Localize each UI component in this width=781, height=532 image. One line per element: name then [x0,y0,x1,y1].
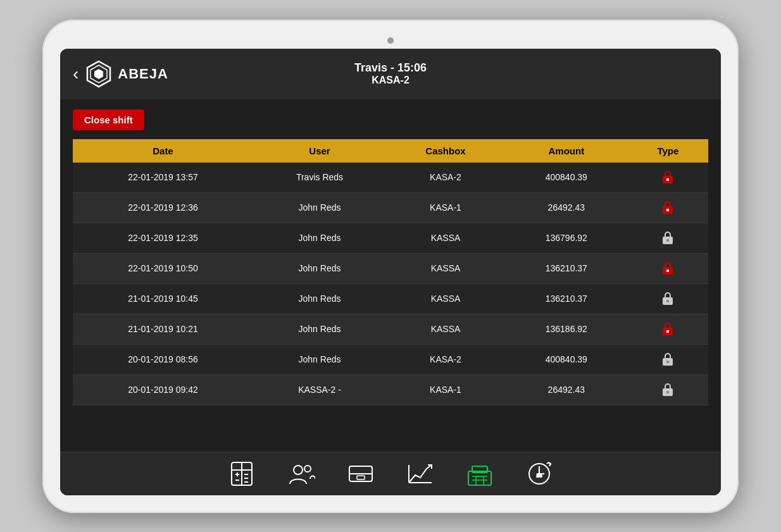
lock-gray-icon [660,351,675,366]
header: ‹ ABEJA Travis - 15:06 KASA-2 [60,49,721,99]
cell-amount: 136186.92 [505,314,628,344]
svg-rect-8 [666,239,669,242]
cell-cashbox: KASA-1 [386,374,505,405]
tablet-shell: ‹ ABEJA Travis - 15:06 KASA-2 Close shif… [42,20,739,513]
nav-clock24[interactable]: 24 [525,460,553,488]
nav-users[interactable] [287,460,315,488]
logo-icon [85,60,113,88]
header-subtitle: KASA-2 [354,75,427,86]
register-icon [466,460,494,488]
svg-marker-2 [94,69,103,79]
nav-cashbox[interactable] [347,460,375,488]
logo-area: ABEJA [85,60,168,88]
table-row: 20-01-2019 09:42KASSA-2 -KASA-126492.43 [73,374,708,405]
table-row: 22-01-2019 12:35John RedsKASSA136796.92 [73,223,708,253]
svg-rect-39 [476,476,484,485]
cell-cashbox: KASA-2 [386,344,505,374]
cell-user: John Reds [253,344,386,374]
cell-date: 20-01-2019 08:56 [73,344,253,374]
svg-rect-32 [357,476,365,479]
cell-date: 22-01-2019 12:35 [73,223,253,253]
cell-user: John Reds [253,283,386,314]
cell-amount: 136796.92 [505,223,628,253]
svg-rect-35 [468,471,491,485]
cell-type [628,344,708,374]
chart-icon [406,460,434,488]
cell-type [628,192,708,223]
svg-point-29 [304,466,311,472]
cell-type [628,223,708,253]
nav-chart[interactable] [406,460,434,488]
table-row: 22-01-2019 12:36John RedsKASA-126492.43 [73,192,708,223]
cell-type [628,374,708,405]
close-shift-button[interactable]: Close shift [73,109,144,130]
cell-amount: 26492.43 [505,192,628,223]
col-cashbox: Cashbox [386,139,505,163]
logo-text: ABEJA [118,66,168,82]
svg-rect-10 [666,269,669,272]
cell-amount: 136210.37 [505,253,628,283]
lock-gray-icon [660,290,675,306]
cell-type [628,283,708,314]
header-center: Travis - 15:06 KASA-2 [354,61,427,86]
svg-rect-6 [666,209,669,211]
cell-cashbox: KASSA [386,253,505,283]
cell-user: KASSA-2 - [253,374,386,405]
table-row: 21-01-2019 10:45John RedsKASSA136210.37 [73,283,708,314]
col-type: Type [628,139,708,163]
clock24-icon: 24 [525,460,553,488]
cell-date: 22-01-2019 10:50 [73,253,253,283]
cell-user: John Reds [253,253,386,283]
svg-text:24: 24 [537,473,542,478]
cell-date: 21-01-2019 10:21 [73,314,253,344]
lock-red-icon [660,260,675,275]
lock-red-icon [660,169,675,184]
header-title: Travis - 15:06 [354,61,427,75]
cell-amount: 26492.43 [505,374,628,405]
cell-user: John Reds [253,314,386,344]
cell-date: 20-01-2019 09:42 [73,374,253,405]
svg-rect-16 [666,361,669,363]
svg-rect-18 [666,391,669,393]
col-date: Date [73,139,253,163]
cell-cashbox: KASA-2 [386,163,505,193]
cell-type [628,163,708,193]
table-header-row: Date User Cashbox Amount Type [73,139,708,163]
tablet-camera [387,37,394,44]
nav-calculator[interactable] [228,460,256,488]
users-icon [287,460,315,488]
nav-register[interactable] [466,460,494,488]
cell-date: 22-01-2019 12:36 [73,192,253,223]
cell-cashbox: KASSA [386,283,505,314]
cell-date: 22-01-2019 13:57 [73,163,253,193]
svg-rect-4 [666,178,669,181]
table-wrapper: Date User Cashbox Amount Type 22-01-2019… [73,139,708,442]
lock-gray-icon [660,381,675,397]
cell-user: Travis Reds [253,163,386,193]
table-row: 21-01-2019 10:21John RedsKASSA136186.92 [73,314,708,344]
lock-red-icon [660,199,675,214]
lock-red-icon [660,321,675,336]
lock-gray-icon [660,230,675,245]
cell-cashbox: KASSA [386,223,505,253]
cell-date: 21-01-2019 10:45 [73,283,253,314]
cell-type [628,314,708,344]
table-row: 20-01-2019 08:56John RedsKASA-2400840.39 [73,344,708,374]
col-amount: Amount [505,139,628,163]
cell-cashbox: KASA-1 [386,192,505,223]
back-button[interactable]: ‹ [73,65,78,83]
cell-user: John Reds [253,223,386,253]
shifts-table: Date User Cashbox Amount Type 22-01-2019… [73,139,708,405]
cell-amount: 400840.39 [505,344,628,374]
cell-type [628,253,708,283]
cell-cashbox: KASSA [386,314,505,344]
svg-rect-12 [666,300,669,302]
col-user: User [253,139,386,163]
content-area: Close shift Date User Cashbox Amount Typ… [60,99,721,452]
cell-user: John Reds [253,192,386,223]
tablet-screen: ‹ ABEJA Travis - 15:06 KASA-2 Close shif… [60,49,721,495]
svg-rect-14 [666,330,669,333]
bottom-nav: 24 [60,452,721,495]
calculator-icon [228,460,256,488]
cashbox-icon [347,460,375,488]
